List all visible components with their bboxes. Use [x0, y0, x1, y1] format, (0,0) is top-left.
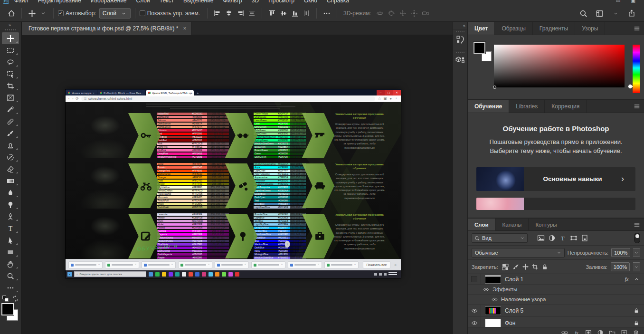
tab-gradients[interactable]: Градиенты	[533, 22, 575, 35]
hue-slider-marker[interactable]	[627, 84, 633, 89]
type-tool[interactable]: T	[2, 222, 19, 234]
menu-item-слой[interactable]: Слой	[136, 0, 150, 4]
delete-layer-icon[interactable]	[633, 329, 639, 334]
menu-item-изображение[interactable]: Изображение	[91, 0, 127, 4]
layer-name[interactable]: Слой 5	[505, 307, 634, 314]
lasso-tool[interactable]	[2, 56, 19, 68]
menu-item-справка[interactable]: Справка	[327, 0, 349, 4]
tab-swatches[interactable]: Образцы	[495, 22, 532, 35]
blur-tool[interactable]	[2, 187, 19, 199]
filter-pixel-layers-icon[interactable]	[537, 234, 545, 242]
eyedropper-tool[interactable]	[2, 104, 19, 115]
pasteboard[interactable]: Новая вкладка×PsMockUp Block — Free Bes.…	[22, 35, 453, 334]
collapse-panels-icon[interactable]: «	[453, 22, 467, 29]
layer-thumbnail[interactable]	[485, 319, 501, 327]
tab-channels[interactable]: Каналы	[496, 219, 529, 230]
layer-name[interactable]: Фон	[505, 320, 634, 326]
toolbar-expand-icon[interactable]: »	[0, 22, 21, 28]
layer-thumbnail[interactable]	[485, 306, 501, 315]
history-panel-button[interactable]	[453, 29, 467, 50]
3d-roll-icon[interactable]	[386, 8, 397, 19]
filter-type-layers-icon[interactable]: T	[559, 234, 567, 242]
3d-pan-icon[interactable]	[397, 8, 408, 19]
layer-filter-select[interactable]: Вид	[472, 233, 528, 243]
hand-tool[interactable]	[2, 258, 19, 270]
shape-tool[interactable]	[2, 246, 19, 258]
learn-card-basic-skills[interactable]: Основные навыки ›	[476, 167, 635, 191]
tab-learn[interactable]: Обучение	[468, 100, 509, 113]
layer-name[interactable]: Слой 1	[505, 276, 623, 283]
adjustment-layer-icon[interactable]	[597, 329, 604, 334]
lock-all-icon[interactable]	[541, 264, 548, 270]
move-tool-icon[interactable]	[26, 8, 38, 19]
tab-color[interactable]: Цвет	[468, 22, 495, 35]
autoselect-target-select[interactable]: Слой	[99, 8, 131, 19]
tab-libraries[interactable]: Libraries	[509, 100, 545, 113]
menu-item-окно[interactable]: Окно	[304, 0, 317, 4]
menu-item-текст[interactable]: Текст	[160, 0, 174, 4]
add-mask-icon[interactable]	[585, 329, 592, 334]
3d-orbit-icon[interactable]	[374, 8, 386, 19]
healing-brush-tool[interactable]	[2, 115, 19, 127]
canvas-image[interactable]: Новая вкладка×PsMockUp Block — Free Bes.…	[66, 89, 401, 278]
pattern-overlay-label[interactable]: Наложение узора	[501, 296, 546, 302]
opacity-value[interactable]: 100%	[611, 248, 630, 257]
distribute-vertical-icon[interactable]	[301, 8, 312, 19]
lock-position-icon[interactable]	[522, 264, 529, 270]
tab-adjustments[interactable]: Коррекция	[545, 100, 587, 113]
layer-thumbnail[interactable]	[485, 275, 501, 284]
autoselect-checkbox[interactable]: ✓	[58, 10, 64, 16]
align-right-icon[interactable]	[235, 8, 246, 19]
blend-mode-select[interactable]: Обычные	[472, 248, 565, 258]
3d-camera-icon[interactable]	[420, 8, 431, 19]
menu-item-3d[interactable]: 3D	[252, 0, 259, 4]
collapse-effects-icon[interactable]	[634, 277, 639, 282]
toolbar-grip[interactable]	[5, 29, 16, 30]
align-center-icon[interactable]	[223, 8, 235, 19]
more-options-icon[interactable]	[321, 8, 332, 19]
eye-icon[interactable]	[483, 286, 489, 293]
foreground-color-swatch[interactable]	[474, 42, 485, 54]
filter-shape-layers-icon[interactable]	[570, 234, 578, 242]
pattern-overlay-row[interactable]: Наложение узора	[468, 295, 644, 305]
edit-toolbar[interactable]	[2, 282, 19, 294]
lock-artboard-icon[interactable]	[532, 264, 538, 270]
object-selection-tool[interactable]	[2, 68, 19, 80]
eye-icon[interactable]	[492, 296, 498, 303]
home-icon[interactable]	[6, 8, 17, 19]
align-middle-icon[interactable]	[278, 8, 289, 19]
lock-image-pixels-icon[interactable]	[512, 264, 519, 270]
filter-adjustment-layers-icon[interactable]	[548, 234, 556, 242]
link-layers-icon[interactable]	[561, 329, 568, 334]
document-tab[interactable]: Готовое первая страница и фон.psd @ 27,5…	[22, 22, 192, 35]
learn-card-next[interactable]	[476, 198, 635, 210]
share-icon[interactable]	[626, 8, 637, 19]
minimize-icon[interactable]: ▭	[616, 0, 620, 3]
restore-icon[interactable]: ▣	[631, 0, 635, 3]
chevron-down-icon[interactable]	[38, 8, 49, 19]
pen-tool[interactable]	[2, 210, 19, 222]
tab-layers[interactable]: Слои	[468, 219, 496, 230]
layer-row[interactable]: Слой 1 fx	[468, 274, 644, 285]
align-top-icon[interactable]	[266, 8, 278, 19]
distribute-horizontal-icon[interactable]	[246, 8, 257, 19]
3d-panel-button[interactable]	[453, 50, 467, 71]
menu-item-выделение[interactable]: Выделение	[183, 0, 214, 4]
3d-slide-icon[interactable]	[408, 8, 420, 19]
dodge-tool[interactable]	[2, 199, 19, 210]
gradient-tool[interactable]	[2, 175, 19, 187]
eye-icon[interactable]	[468, 305, 481, 316]
eraser-tool[interactable]	[2, 163, 19, 175]
hue-slider[interactable]	[633, 45, 640, 93]
fill-value[interactable]: 100%	[611, 262, 630, 271]
marquee-tool[interactable]	[2, 44, 19, 56]
layer-filtering-toggle[interactable]	[634, 233, 640, 243]
panel-menu-icon[interactable]	[634, 100, 644, 113]
panel-menu-icon[interactable]	[634, 219, 644, 230]
effects-row[interactable]: Эффекты	[468, 285, 644, 295]
search-icon[interactable]	[578, 8, 589, 19]
saturation-field[interactable]	[494, 45, 625, 87]
clone-stamp-tool[interactable]	[2, 139, 19, 151]
align-left-icon[interactable]	[212, 8, 223, 19]
path-selection-tool[interactable]	[2, 234, 19, 246]
